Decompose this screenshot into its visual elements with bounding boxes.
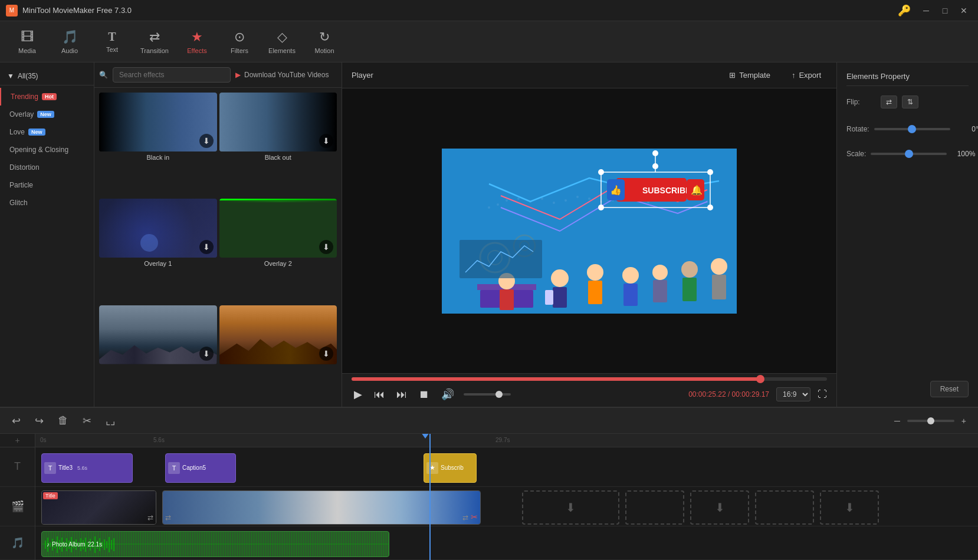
timeline-ruler: 0s 5.6s 29.7s [35, 434, 978, 447]
cat-overlay[interactable]: Overlay New [0, 106, 94, 123]
swap-icon-3: ⇄ [462, 513, 468, 522]
effect-card-overlay2[interactable]: ⬇ Overlay 2 [219, 199, 337, 302]
placeholder-clip-3[interactable]: ⬇ [690, 490, 749, 525]
export-button[interactable]: ↑ Export [786, 68, 827, 82]
zoom-in-button[interactable]: + [959, 414, 969, 428]
effect-download-btn[interactable]: ⬇ [199, 134, 214, 148]
svg-point-1 [488, 206, 490, 209]
svg-point-3 [506, 199, 508, 202]
player-frame: SUBSCRIBE 🔔 👍 [442, 149, 737, 314]
maximize-button[interactable]: □ [937, 2, 953, 19]
right-panel: Elements Property Flip: ⇄ ⇅ Rotate: 0° S… [836, 62, 978, 407]
cat-opening[interactable]: Opening & Closing [0, 141, 94, 159]
toolbar-motion[interactable]: ↻ Motion [303, 24, 346, 60]
title3-clip[interactable]: T Title3 5.6s [41, 453, 133, 483]
template-button[interactable]: ⊞ Template [723, 68, 776, 82]
filters-icon: ⊙ [234, 29, 245, 45]
cat-love[interactable]: Love New [0, 123, 94, 141]
add-track-button[interactable]: + [0, 434, 35, 447]
timeline: ↩ ↪ 🗑 ✂ ⌞⌟ ─ + + T 🎬 🎵 [0, 407, 978, 560]
toolbar-transition[interactable]: ⇄ Transition [133, 24, 176, 60]
flip-vertical-btn[interactable]: ⇅ [902, 95, 918, 108]
fullscreen-icon[interactable]: ⛶ [818, 389, 827, 400]
placeholder-clip-2[interactable] [625, 490, 684, 525]
toolbar-text[interactable]: T Text [91, 24, 133, 60]
zoom-out-button[interactable]: ─ [892, 414, 902, 428]
timeline-content: + T 🎬 🎵 0s 5.6s 29.7s [0, 434, 978, 560]
placeholder-clip-5[interactable]: ⬇ [820, 490, 879, 525]
undo-button[interactable]: ↩ [9, 412, 23, 430]
crop-button[interactable]: ⌞⌟ [103, 412, 117, 430]
scale-slider[interactable] [871, 153, 947, 155]
hot-badge: Hot [42, 93, 57, 100]
track1-row: T Title3 5.6s T Caption5 ★ Subscrib [35, 447, 978, 487]
play-button[interactable]: ▶ [352, 386, 365, 403]
svg-rect-43 [588, 281, 602, 304]
effect-download-btn-3[interactable]: ⬇ [199, 240, 214, 254]
toolbar-media[interactable]: 🎞 Media [6, 24, 48, 60]
next-button[interactable]: ⏭ [394, 386, 409, 403]
effect-card-5[interactable]: ⬇ [99, 305, 217, 402]
audio-label: ♪ Photo Album 22.1s [47, 541, 102, 547]
volume-slider[interactable] [464, 393, 511, 396]
cut-button[interactable]: ✂ [80, 412, 94, 430]
svg-point-48 [681, 261, 698, 278]
progress-bar[interactable] [352, 377, 827, 381]
youtube-download-btn[interactable]: ▶ Download YouTube Videos [235, 71, 329, 79]
svg-point-38 [652, 150, 658, 156]
volume-button[interactable]: 🔊 [439, 386, 457, 403]
video-clip-2[interactable]: ✂ ⇄ ⇄ [162, 490, 481, 525]
ruler-5s: 5.6s [153, 437, 165, 443]
effect-download-btn-4[interactable]: ⬇ [319, 240, 333, 254]
search-input[interactable] [113, 67, 231, 83]
video-clip-1[interactable]: Title ⇄ [41, 490, 156, 525]
effect-card-black-out[interactable]: ⬇ Black out [219, 93, 337, 196]
close-button[interactable]: ✕ [956, 2, 972, 19]
placeholder-clip-4[interactable] [755, 490, 814, 525]
rotate-row: Rotate: 0° [846, 125, 969, 133]
flip-horizontal-btn[interactable]: ⇄ [881, 95, 897, 108]
audio-clip[interactable]: ♪ Photo Album 22.1s [41, 531, 389, 557]
redo-button[interactable]: ↪ [32, 412, 46, 430]
caption-clip-icon: T [168, 462, 180, 474]
svg-rect-51 [712, 275, 726, 299]
cat-trending[interactable]: Trending Hot [0, 88, 94, 106]
effect-card-6[interactable]: ⬇ [219, 305, 337, 402]
category-all-header[interactable]: ▼ All(35) [0, 67, 94, 85]
toolbar-filters[interactable]: ⊙ Filters [218, 24, 261, 60]
subscribe-clip[interactable]: ★ Subscrib [424, 453, 477, 483]
caption5-clip[interactable]: T Caption5 [165, 453, 236, 483]
effects-grid: ⬇ Black in ⬇ Black out [94, 88, 342, 407]
player-label: Player [352, 71, 723, 80]
effect-card-overlay1[interactable]: ⬇ Overlay 1 [99, 199, 217, 302]
zoom-slider[interactable] [907, 420, 954, 422]
effect-download-btn-6[interactable]: ⬇ [319, 347, 333, 361]
title-badge: Title [43, 492, 58, 499]
toolbar-audio[interactable]: 🎵 Audio [48, 24, 91, 60]
playhead[interactable] [429, 434, 431, 560]
effect-download-btn-2[interactable]: ⬇ [319, 134, 333, 148]
effect-name: Black in [99, 151, 217, 164]
aspect-ratio-select[interactable]: 16:99:161:14:3 [776, 387, 810, 401]
toolbar-elements[interactable]: ◇ Elements [261, 24, 303, 60]
placeholder-clip-1[interactable]: ⬇ [522, 490, 619, 525]
cat-particle[interactable]: Particle [0, 176, 94, 194]
stop-button[interactable]: ⏹ [416, 386, 432, 403]
svg-rect-86 [113, 538, 114, 551]
reset-button[interactable]: Reset [930, 381, 969, 397]
effect-download-btn-5[interactable]: ⬇ [199, 347, 214, 361]
svg-point-50 [711, 258, 727, 275]
minimize-button[interactable]: ─ [918, 2, 934, 19]
music-note-icon: ♪ [47, 541, 50, 547]
cat-distortion[interactable]: Distortion [0, 159, 94, 176]
svg-point-39 [551, 269, 569, 287]
prev-button[interactable]: ⏮ [372, 386, 387, 403]
effect-card-black-in[interactable]: ⬇ Black in [99, 93, 217, 196]
title-bar: M MiniTool MovieMaker Free 7.3.0 🔑 ─ □ ✕ [0, 0, 978, 21]
cat-glitch[interactable]: Glitch [0, 194, 94, 212]
toolbar-effects[interactable]: ★ Effects [176, 24, 218, 60]
audio-track-row: ♪ Photo Album 22.1s [35, 526, 978, 560]
delete-button[interactable]: 🗑 [55, 412, 71, 429]
rotate-slider[interactable] [874, 128, 950, 130]
film-icon: 🎬 [11, 500, 24, 513]
